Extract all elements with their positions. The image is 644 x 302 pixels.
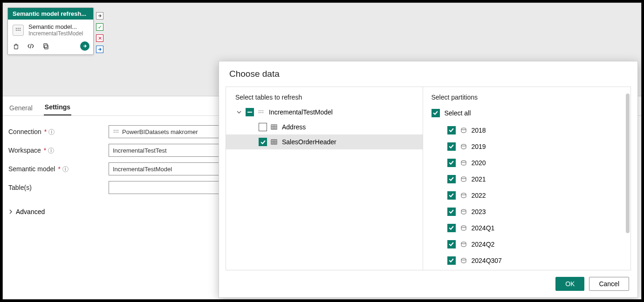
partition-row[interactable]: 2024Q307 <box>434 252 628 268</box>
svg-point-13 <box>116 132 116 133</box>
partition-row[interactable]: 2024Q1 <box>434 220 628 236</box>
partition-row[interactable]: 2022 <box>434 187 628 203</box>
activity-subtitle: IncrementalTestModel <box>28 30 83 37</box>
partition-row[interactable]: 2021 <box>434 171 628 187</box>
svg-point-14 <box>117 132 118 133</box>
svg-point-18 <box>259 112 260 113</box>
root-checkbox[interactable] <box>246 108 254 116</box>
partitions-pane: Select partitions Select all 20182019202… <box>423 87 631 270</box>
info-icon[interactable]: i <box>62 166 69 172</box>
partition-icon <box>460 176 467 182</box>
port-output[interactable] <box>96 12 103 20</box>
table-checkbox[interactable] <box>259 138 267 146</box>
required-icon: * <box>44 147 46 154</box>
delete-icon[interactable] <box>12 42 20 50</box>
partition-row[interactable]: 2019 <box>434 138 628 154</box>
partition-icon <box>460 242 467 247</box>
partition-name: 2021 <box>472 175 486 183</box>
partition-icon <box>460 258 467 263</box>
partition-row[interactable]: 2024Q2 <box>434 236 628 252</box>
tab-general[interactable]: General <box>8 101 34 115</box>
chevron-down-icon[interactable] <box>236 108 242 116</box>
svg-point-0 <box>16 27 17 29</box>
tables-header: Select tables to refresh <box>235 94 423 101</box>
svg-point-25 <box>461 161 466 162</box>
table-row[interactable]: SalesOrderHeader <box>226 134 423 149</box>
code-icon[interactable] <box>27 42 35 50</box>
port-skip[interactable] <box>96 46 103 53</box>
table-icon <box>271 139 278 145</box>
table-row[interactable]: Address <box>226 120 423 134</box>
svg-rect-22 <box>271 140 277 144</box>
table-checkbox[interactable] <box>259 123 267 131</box>
ok-button[interactable]: OK <box>555 277 584 291</box>
svg-point-11 <box>117 130 118 131</box>
select-all-row[interactable]: Select all <box>432 105 628 121</box>
partition-checkbox[interactable] <box>447 191 456 200</box>
port-fail[interactable]: ✕ <box>96 34 103 42</box>
model-label: Semantic model <box>8 165 55 173</box>
svg-point-3 <box>16 29 17 31</box>
chevron-right-icon <box>8 209 13 214</box>
connection-label: Connection <box>8 128 41 135</box>
partition-checkbox[interactable] <box>447 126 456 134</box>
partition-name: 2024Q2 <box>472 241 495 248</box>
svg-point-2 <box>20 27 21 29</box>
svg-point-26 <box>461 177 466 179</box>
run-icon[interactable] <box>80 41 89 51</box>
svg-rect-21 <box>271 125 277 129</box>
partition-checkbox[interactable] <box>447 240 456 248</box>
svg-point-17 <box>262 110 263 111</box>
info-icon[interactable]: i <box>48 148 54 154</box>
workspace-label: Workspace <box>8 147 41 154</box>
partition-icon <box>460 144 467 149</box>
svg-point-1 <box>18 27 19 29</box>
table-icon <box>271 124 278 130</box>
partition-checkbox[interactable] <box>447 224 456 232</box>
partition-checkbox[interactable] <box>447 175 456 183</box>
tables-label: Table(s) <box>8 184 32 191</box>
table-name: SalesOrderHeader <box>282 138 336 146</box>
dialog-title: Choose data <box>219 61 637 84</box>
partition-name: 2024Q307 <box>472 257 502 264</box>
copy-icon[interactable] <box>41 42 50 50</box>
tab-settings[interactable]: Settings <box>44 100 71 115</box>
cancel-button[interactable]: Cancel <box>589 277 629 291</box>
select-all-checkbox[interactable] <box>432 109 440 117</box>
svg-point-9 <box>114 130 115 131</box>
partition-icon <box>460 193 467 198</box>
info-icon[interactable]: i <box>48 129 55 135</box>
svg-rect-8 <box>43 43 47 47</box>
svg-point-31 <box>461 258 466 260</box>
table-name: Address <box>282 123 306 131</box>
partition-icon <box>460 160 467 166</box>
partition-name: 2024Q1 <box>472 224 495 232</box>
tree-root[interactable]: IncrementalTestModel <box>226 105 423 120</box>
port-success[interactable]: ✓ <box>96 23 103 31</box>
svg-point-28 <box>461 209 466 211</box>
svg-point-15 <box>259 110 260 111</box>
partition-name: 2022 <box>472 192 486 199</box>
output-ports: ✓ ✕ <box>96 12 103 53</box>
partition-icon <box>460 225 467 231</box>
partition-name: 2023 <box>472 208 486 215</box>
partition-icon <box>460 128 467 133</box>
partition-checkbox[interactable] <box>447 256 456 265</box>
partition-row[interactable]: 2018 <box>434 122 628 138</box>
svg-point-5 <box>20 29 21 31</box>
choose-data-dialog: Choose data Select tables to refresh Inc… <box>219 61 638 298</box>
activity-title: Semantic model... <box>28 23 83 30</box>
partition-row[interactable]: 2020 <box>434 154 628 171</box>
activity-card[interactable]: Semantic model refresh... Semantic model… <box>7 7 94 55</box>
partition-name: 2018 <box>472 127 486 134</box>
partition-checkbox[interactable] <box>447 208 456 216</box>
svg-point-16 <box>260 110 261 111</box>
scrollbar[interactable] <box>626 94 630 233</box>
partition-checkbox[interactable] <box>447 142 456 151</box>
dataset-icon <box>113 129 119 134</box>
svg-point-30 <box>461 242 466 244</box>
partition-checkbox[interactable] <box>447 159 456 167</box>
partition-row[interactable]: 2023 <box>434 203 628 220</box>
activity-header: Semantic model refresh... <box>8 8 93 20</box>
tables-pane: Select tables to refresh IncrementalTest… <box>226 87 423 270</box>
